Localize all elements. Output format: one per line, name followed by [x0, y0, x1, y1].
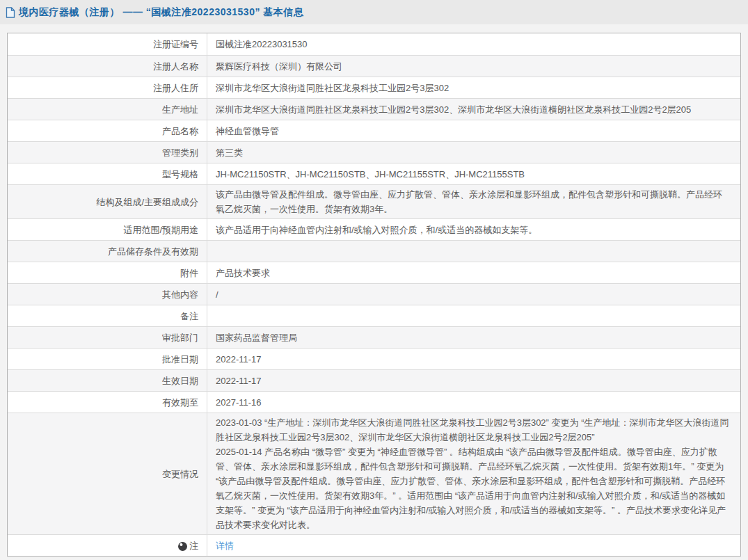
row-label: 注册人住所	[8, 77, 207, 98]
document-icon	[6, 7, 15, 18]
row-approval-department: 审批部门 国家药品监督管理局	[8, 326, 740, 348]
info-table: 注册证编号 国械注准20223031530 注册人名称 聚辉医疗科技（深圳）有限…	[7, 33, 741, 557]
row-management-class: 管理类别 第三类	[8, 141, 740, 163]
row-value: 产品技术要求	[216, 266, 270, 280]
row-value: 深圳市龙华区大浪街道同胜社区龙泉科技⼯业园2号3层302	[216, 81, 449, 95]
row-storage-validity: 产品储存条件及有效期	[8, 240, 740, 262]
row-note: 注 详情	[8, 534, 740, 556]
row-registrant-name: 注册人名称 聚辉医疗科技（深圳）有限公司	[8, 55, 740, 77]
row-value: 2022-11-17	[216, 352, 262, 367]
row-label: 变更情况	[8, 413, 207, 534]
row-registrant-address: 注册人住所 深圳市龙华区大浪街道同胜社区龙泉科技⼯业园2号3层302	[8, 77, 740, 98]
row-label: 型号规格	[8, 163, 207, 184]
row-value: 该产品由微导管及配件组成。微导管由座、应力扩散管、管体、亲水涂层和显影环组成，配…	[216, 187, 731, 216]
row-value: JH-MC21150STR、JH-MC21150STB、JH-MC21155ST…	[216, 167, 525, 182]
title-bar: 境内医疗器械（注册） —— “国械注准20223031530” 基本信息	[0, 0, 748, 24]
row-value: 深圳市龙华区大浪街道同胜社区龙泉科技⼯业园2号3层302、深圳市龙华区大浪街道横…	[216, 102, 691, 117]
row-label: 产品名称	[8, 120, 207, 141]
row-label: 注册人名称	[8, 56, 207, 77]
row-label: 备注	[8, 305, 207, 326]
row-label: 审批部门	[8, 327, 207, 348]
row-value: 国家药品监督管理局	[216, 330, 297, 345]
row-registration-number: 注册证编号 国械注准20223031530	[8, 33, 740, 55]
row-value: 2023-01-03 “生产地址：深圳市龙华区大浪街道同胜社区龙泉科技⼯业园2号…	[216, 415, 731, 532]
row-label: 生产地址	[8, 99, 207, 120]
row-label: 注册证编号	[8, 33, 207, 55]
row-label: 其他内容	[8, 284, 207, 305]
row-value: /	[216, 287, 218, 302]
row-label: 适用范围/预期用途	[8, 219, 207, 240]
page-title: 境内医疗器械（注册） —— “国械注准20223031530” 基本信息	[19, 6, 303, 19]
details-link[interactable]: 详情	[216, 538, 234, 553]
row-value: 第三类	[216, 145, 243, 160]
row-label: 产品储存条件及有效期	[8, 241, 207, 262]
row-effective-date: 生效日期 2022-11-17	[8, 369, 740, 391]
row-value: 神经血管微导管	[216, 124, 279, 138]
row-label: 结构及组成/主要组成成分	[8, 185, 207, 218]
row-value: 国械注准20223031530	[216, 37, 308, 51]
row-intended-use: 适用范围/预期用途 该产品适用于向神经血管内注射和/或输入对照介质，和/或适当的…	[8, 218, 740, 240]
row-structure-composition: 结构及组成/主要组成成分 该产品由微导管及配件组成。微导管由座、应力扩散管、管体…	[8, 184, 740, 218]
row-label: 管理类别	[8, 142, 207, 163]
row-value: 2022-11-17	[216, 374, 262, 388]
row-approval-date: 批准日期 2022-11-17	[8, 348, 740, 369]
row-attachment: 附件 产品技术要求	[8, 262, 740, 283]
row-label: 有效期至	[8, 392, 207, 413]
row-value: 2027-11-16	[216, 395, 262, 410]
row-change-history: 变更情况 2023-01-03 “生产地址：深圳市龙华区大浪街道同胜社区龙泉科技…	[8, 413, 740, 534]
row-label: 批准日期	[8, 349, 207, 369]
row-label: 注	[189, 538, 198, 553]
row-label: 附件	[8, 262, 207, 283]
note-icon	[178, 542, 187, 551]
row-label: 生效日期	[8, 370, 207, 391]
row-remarks: 备注	[8, 305, 740, 326]
row-model-spec: 型号规格 JH-MC21150STR、JH-MC21150STB、JH-MC21…	[8, 163, 740, 184]
row-production-address: 生产地址 深圳市龙华区大浪街道同胜社区龙泉科技⼯业园2号3层302、深圳市龙华区…	[8, 98, 740, 120]
row-value: 聚辉医疗科技（深圳）有限公司	[216, 59, 342, 74]
row-product-name: 产品名称 神经血管微导管	[8, 120, 740, 141]
row-other-content: 其他内容 /	[8, 283, 740, 305]
row-expiry-date: 有效期至 2027-11-16	[8, 391, 740, 413]
row-value: 该产品适用于向神经血管内注射和/或输入对照介质，和/或适当的器械如支架等。	[216, 223, 537, 237]
